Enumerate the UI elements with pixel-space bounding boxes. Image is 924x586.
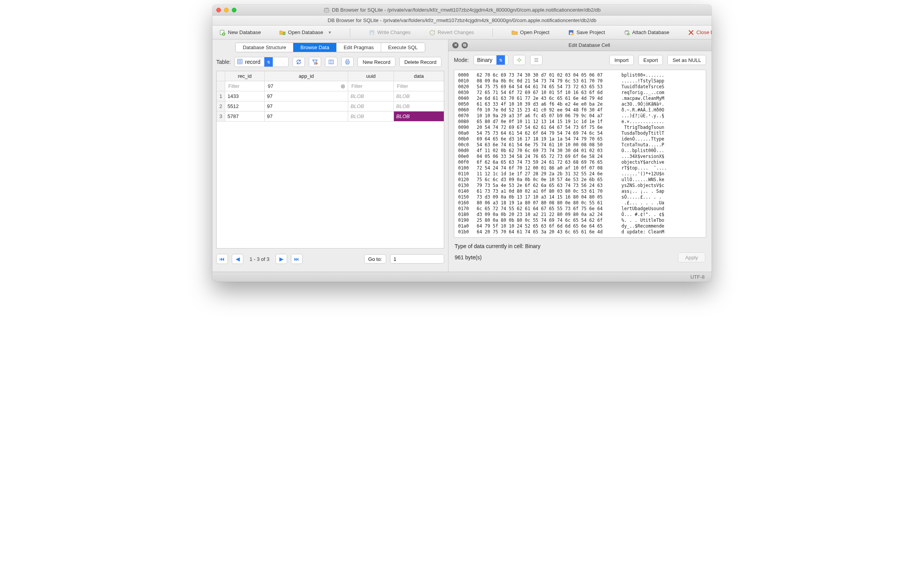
titlebar: DB Browser for SQLite - /private/var/fol…: [212, 5, 712, 15]
cell-data[interactable]: BLOB: [394, 91, 444, 101]
col-header-rec-id[interactable]: rec_id: [225, 71, 265, 81]
filter-rec-id[interactable]: [225, 81, 265, 91]
close-window-button[interactable]: [216, 8, 221, 12]
tab-execute-sql[interactable]: Execute SQL: [381, 43, 425, 52]
svg-rect-15: [346, 60, 349, 61]
document-titlebar: DB Browser for SQLite - /private/var/fol…: [212, 15, 712, 26]
clear-filter-icon[interactable]: ⊗: [341, 83, 346, 90]
cell-editor-title: Edit Database Cell: [471, 42, 708, 48]
attach-database-button[interactable]: Attach Database: [622, 29, 671, 36]
goto-button[interactable]: Go to:: [364, 254, 386, 264]
tab-database-structure[interactable]: Database Structure: [236, 43, 293, 52]
grid-empty-area: [216, 185, 444, 249]
col-header-app-id[interactable]: app_id: [265, 71, 348, 81]
new-database-button[interactable]: New Database: [218, 29, 262, 36]
cell-rec-id[interactable]: 5512: [225, 101, 265, 111]
cell-rec-id[interactable]: 1433: [225, 91, 265, 101]
zoom-window-button[interactable]: [232, 8, 236, 12]
statusbar: UTF-8: [212, 272, 712, 282]
delete-record-button[interactable]: Delete Record: [399, 57, 441, 67]
revert-icon: [429, 29, 435, 36]
filter-data[interactable]: [394, 81, 444, 91]
set-null-button[interactable]: Set as NULL: [667, 55, 706, 65]
svg-point-0: [324, 7, 329, 9]
svg-point-12: [315, 62, 318, 65]
filter-rowhead: [217, 81, 225, 91]
cell-app-id[interactable]: 97: [265, 91, 348, 101]
goto-input[interactable]: [390, 254, 444, 264]
tab-edit-pragmas[interactable]: Edit Pragmas: [337, 43, 381, 52]
cell-uuid[interactable]: BLOB: [348, 111, 394, 121]
table-row[interactable]: 2 5512 97 BLOB BLOB: [217, 101, 444, 111]
open-project-icon: [512, 29, 518, 36]
indent-button[interactable]: [530, 55, 542, 65]
save-icon: [369, 29, 375, 36]
row-number: 1: [217, 91, 225, 101]
save-view-button[interactable]: [325, 57, 337, 67]
mode-select[interactable]: Binary ⇅: [474, 55, 508, 65]
print-button[interactable]: [341, 57, 354, 67]
mode-value: Binary: [474, 57, 496, 63]
refresh-icon: [296, 59, 302, 65]
save-project-button[interactable]: Save Project: [566, 29, 607, 36]
last-page-button[interactable]: ⏭: [291, 254, 303, 264]
columns-icon: [328, 59, 334, 65]
new-database-icon: [219, 29, 226, 36]
cell-rec-id[interactable]: 5787: [225, 111, 265, 121]
open-database-button[interactable]: Open Database: [278, 29, 333, 36]
new-record-button[interactable]: New Record: [358, 57, 395, 67]
auto-format-button[interactable]: [513, 55, 525, 65]
grid-header-row: rec_id app_id uuid data: [217, 71, 444, 81]
next-page-button[interactable]: ▶: [275, 254, 287, 264]
open-database-icon: [279, 29, 286, 36]
export-button[interactable]: Export: [638, 55, 663, 65]
close-database-button[interactable]: Close Database: [686, 29, 712, 36]
cell-editor-toolbar: Mode: Binary ⇅ Import Export Set as NULL: [448, 51, 712, 67]
col-header-data[interactable]: data: [394, 71, 444, 81]
minimize-window-button[interactable]: [224, 8, 229, 12]
cell-uuid[interactable]: BLOB: [348, 101, 394, 111]
revert-changes-button: Revert Changes: [428, 29, 476, 36]
open-project-button[interactable]: Open Project: [510, 29, 551, 36]
main-tabs: Database Structure Browse Data Edit Prag…: [212, 39, 448, 55]
filter-input-data[interactable]: [396, 83, 441, 89]
traffic-lights: [216, 8, 236, 12]
tab-browse-data[interactable]: Browse Data: [293, 43, 336, 52]
row-number: 3: [217, 111, 225, 121]
close-panel-icon[interactable]: ✕: [452, 42, 459, 48]
apply-button: Apply: [678, 252, 705, 262]
table-row[interactable]: 1 1433 97 BLOB BLOB: [217, 91, 444, 101]
encoding-indicator[interactable]: UTF-8: [690, 274, 705, 280]
table-row[interactable]: 3 5787 97 BLOB BLOB: [217, 111, 444, 122]
grid-filter-row: ⊗: [217, 81, 444, 91]
import-button[interactable]: Import: [609, 55, 634, 65]
filter-input-app-id[interactable]: [267, 83, 339, 89]
toolbar-separator: [350, 28, 350, 37]
cell-size-status: 961 byte(s): [455, 254, 482, 260]
col-header-uuid[interactable]: uuid: [348, 71, 394, 81]
indent-icon: [533, 57, 539, 63]
hex-viewer[interactable]: 000062 70 6c 69 73 74 30 30 d7 01 02 03 …: [454, 70, 706, 238]
svg-rect-11: [238, 59, 242, 64]
cell-data[interactable]: BLOB: [394, 101, 444, 111]
filter-app-id[interactable]: ⊗: [265, 81, 348, 91]
refresh-button[interactable]: [293, 57, 305, 67]
table-icon: [235, 59, 245, 65]
cell-app-id[interactable]: 97: [265, 101, 348, 111]
filter-input-uuid[interactable]: [351, 83, 391, 89]
document-title: DB Browser for SQLite - /private/var/fol…: [328, 17, 596, 23]
filter-input-rec-id[interactable]: [228, 83, 262, 89]
data-grid: rec_id app_id uuid data ⊗: [216, 71, 444, 185]
filter-uuid[interactable]: [348, 81, 394, 91]
cell-type-status: Type of data currently in cell: Binary: [448, 242, 712, 251]
detach-panel-icon[interactable]: ⧉: [462, 42, 468, 48]
table-select[interactable]: record ⇅: [234, 57, 289, 67]
clear-filters-button[interactable]: [309, 57, 321, 67]
cell-data-selected[interactable]: BLOB: [394, 111, 444, 121]
cell-app-id[interactable]: 97: [265, 111, 348, 121]
content-area: Database Structure Browse Data Edit Prag…: [212, 39, 712, 272]
close-icon: [688, 29, 694, 36]
first-page-button[interactable]: ⏮: [216, 254, 228, 264]
cell-uuid[interactable]: BLOB: [348, 91, 394, 101]
prev-page-button[interactable]: ◀: [232, 254, 243, 264]
